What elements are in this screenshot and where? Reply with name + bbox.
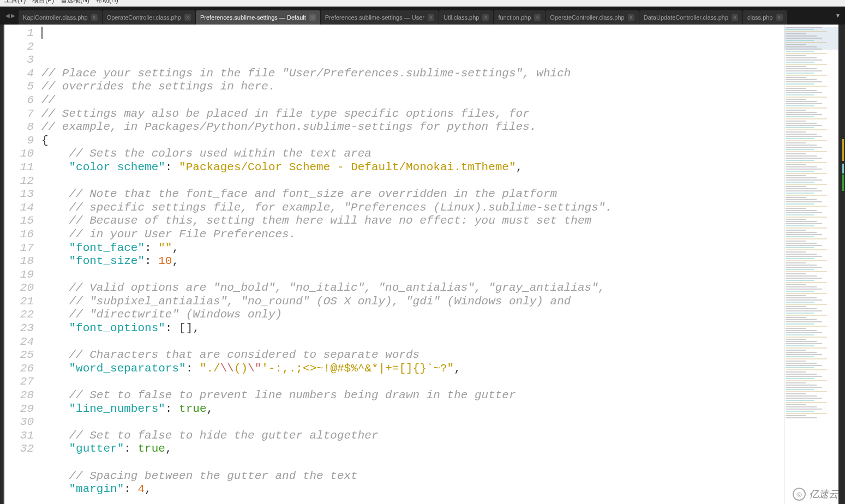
line-number: 5	[4, 80, 34, 94]
code-line: "font_options": [],	[41, 322, 784, 335]
minimap-line	[786, 131, 806, 133]
tab-label: OperateController.class.php	[550, 14, 624, 21]
minimap-line	[786, 299, 822, 301]
minimap-line	[786, 114, 822, 115]
minimap-line	[786, 79, 817, 80]
tab-label: function.php	[498, 14, 531, 21]
minimap-line	[786, 260, 827, 261]
tab-3[interactable]: Preferences.sublime-settings — User×	[321, 10, 439, 25]
minimap-line	[786, 293, 827, 294]
minimap-line	[786, 245, 822, 246]
line-number: 32	[4, 442, 34, 456]
minimap-line	[786, 134, 817, 135]
minimap-line	[786, 243, 817, 244]
close-icon[interactable]: ×	[91, 14, 98, 21]
tab-1[interactable]: OperateController.class.php×	[103, 10, 195, 25]
minimap-line	[786, 378, 814, 379]
minimap-line	[786, 334, 814, 335]
minimap-line	[786, 347, 827, 349]
close-icon[interactable]: ×	[482, 14, 489, 21]
code-line	[41, 268, 784, 282]
text-cursor	[41, 27, 43, 39]
line-number: 19	[4, 268, 34, 282]
tab-2[interactable]: Preferences.sublime-settings — Default×	[196, 10, 320, 25]
line-number: 2	[4, 40, 34, 54]
tab-4[interactable]: Util.class.php×	[439, 10, 493, 25]
minimap-line	[786, 195, 827, 196]
minimap-line	[786, 345, 814, 346]
code-line: // "subpixel_antialias", "no_round" (OS …	[41, 295, 784, 309]
tab-label: DataUpdateController.class.php	[644, 14, 728, 21]
minimap-line	[786, 153, 806, 154]
line-number: 24	[4, 335, 34, 349]
close-icon[interactable]: ×	[628, 14, 634, 21]
minimap-line	[786, 289, 822, 290]
tab-label: Util.class.php	[444, 14, 479, 21]
close-icon[interactable]: ×	[776, 14, 783, 21]
minimap-line	[786, 269, 814, 270]
minimap-line	[786, 256, 822, 257]
close-icon[interactable]: ×	[428, 14, 434, 21]
menu-prefs[interactable]: 首选项(N)	[61, 0, 89, 5]
minimap-line	[786, 59, 822, 61]
minimap-line	[786, 155, 817, 157]
minimap-line	[786, 179, 822, 181]
code-line: "gutter": true,	[41, 442, 784, 456]
minimap-line	[786, 140, 827, 141]
close-icon[interactable]: ×	[184, 14, 191, 21]
close-icon[interactable]: ×	[534, 14, 541, 21]
minimap-line	[786, 182, 814, 183]
watermark: ◎ 亿速云	[793, 488, 838, 501]
minimap-line	[786, 188, 817, 189]
menu-tools[interactable]: 工具(T)	[4, 0, 26, 5]
minimap-line	[786, 254, 817, 255]
code-line: // Valid options are "no_bold", "no_ital…	[41, 281, 784, 295]
minimap-line	[786, 149, 814, 150]
minimap-line	[786, 411, 814, 412]
minimap-line	[786, 265, 817, 266]
code-line: // Set to false to hide the gutter altog…	[41, 429, 784, 443]
line-number: 26	[4, 362, 34, 376]
tab-label: OperateController.class.php	[107, 14, 181, 21]
minimap-line	[786, 376, 822, 377]
minimap-line	[786, 212, 822, 213]
tab-label: class.php	[747, 14, 772, 21]
menu-bar: 工具(T) 项目(P) 首选项(N) 帮助(H)	[0, 0, 845, 7]
tab-nav-prev[interactable]: ◀	[5, 13, 10, 19]
tab-0[interactable]: KapiController.class.php×	[19, 10, 102, 25]
tab-6[interactable]: OperateController.class.php×	[546, 10, 638, 25]
minimap-line	[786, 162, 827, 163]
close-icon[interactable]: ×	[309, 14, 316, 21]
code-view[interactable]: // Place your settings in the file "User…	[41, 25, 784, 504]
line-number: 30	[4, 416, 34, 429]
code-line: {	[41, 134, 784, 148]
tab-7[interactable]: DataUpdateController.class.php×	[639, 10, 742, 25]
minimap-line	[786, 295, 806, 296]
minimap-line	[786, 29, 814, 30]
minimap-line	[786, 238, 827, 239]
minimap-line	[786, 81, 822, 82]
minimap-line	[786, 391, 827, 392]
minimap-line	[786, 138, 814, 139]
code-line: // Spacing between the gutter and the te…	[41, 470, 784, 483]
close-icon[interactable]: ×	[732, 14, 738, 21]
minimap-line	[786, 234, 822, 235]
minimap-line	[786, 317, 806, 318]
minimap-line	[786, 129, 827, 130]
tab-5[interactable]: function.php×	[494, 10, 545, 25]
minimap-line	[786, 321, 822, 322]
menu-project[interactable]: 项目(P)	[32, 0, 54, 5]
code-line	[41, 335, 784, 349]
code-line: // example, in Packages/Python/Python.su…	[41, 121, 784, 134]
menu-help[interactable]: 帮助(H)	[96, 0, 118, 5]
tab-nav-next[interactable]: ▶	[11, 13, 15, 19]
tab-nav: ◀ ▶	[2, 13, 19, 19]
minimap[interactable]	[784, 25, 838, 504]
minimap-line	[786, 241, 806, 242]
code-line	[41, 416, 784, 429]
minimap-line	[786, 323, 814, 325]
minimap-line	[786, 225, 814, 226]
minimap-line	[786, 127, 814, 128]
tab-overflow-menu[interactable]: ▼	[831, 13, 845, 19]
tab-8[interactable]: class.php×	[743, 10, 787, 25]
